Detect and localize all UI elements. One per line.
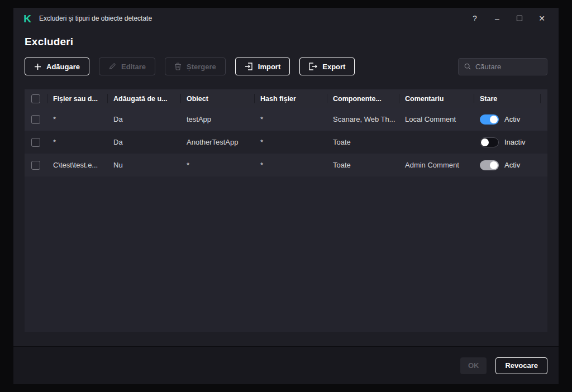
- ok-button[interactable]: OK: [460, 357, 487, 374]
- cell-added-by: Da: [107, 108, 180, 131]
- export-button-label: Export: [322, 63, 345, 71]
- window-controls: ? – ✕: [464, 10, 553, 27]
- close-button[interactable]: ✕: [531, 10, 553, 27]
- kaspersky-logo-icon: K: [21, 12, 34, 25]
- column-header-comment[interactable]: Comentariu: [399, 89, 474, 108]
- import-button-label: Import: [258, 63, 280, 71]
- column-header-filler: [540, 89, 547, 108]
- table-row[interactable]: * Da AnotherTestApp * Toate Inactiv: [25, 131, 547, 154]
- edit-button-label: Editare: [121, 63, 146, 71]
- title-bar: K Excluderi și tipuri de obiecte detecta…: [13, 8, 559, 29]
- cell-components: Toate: [327, 131, 399, 154]
- toggle-knob: [490, 116, 498, 123]
- search-icon: [464, 63, 471, 70]
- column-header-file[interactable]: Fișier sau d...: [47, 89, 107, 108]
- table-row[interactable]: C\test\test.e... Nu * * Toate Admin Comm…: [25, 154, 547, 176]
- state-toggle[interactable]: [480, 160, 499, 170]
- export-button[interactable]: Export: [299, 58, 355, 75]
- state-label: Activ: [504, 115, 520, 123]
- import-button[interactable]: Import: [235, 58, 290, 75]
- content-area: Excluderi Adăugare Editare Ștergere Impo…: [13, 29, 559, 346]
- table-row[interactable]: * Da testApp * Scanare, Web Th... Local …: [25, 108, 547, 131]
- footer-bar: OK Revocare: [13, 346, 559, 384]
- cell-file: C\test\test.e...: [47, 154, 107, 176]
- cell-object: testApp: [180, 108, 254, 131]
- search-input[interactable]: [475, 63, 541, 71]
- delete-button-label: Ștergere: [187, 63, 216, 71]
- toolbar: Adăugare Editare Ștergere Import Export: [25, 58, 547, 75]
- app-window: K Excluderi și tipuri de obiecte detecta…: [13, 8, 559, 384]
- cell-hash: *: [254, 154, 327, 176]
- cell-comment: [399, 131, 474, 154]
- window-title: Excluderi și tipuri de obiecte detectate: [39, 15, 152, 22]
- state-label: Inactiv: [504, 138, 526, 146]
- cell-comment: Local Comment: [399, 108, 474, 131]
- cell-file: *: [47, 131, 107, 154]
- exclusions-table: Fișier sau d... Adăugată de u... Obiect …: [25, 89, 547, 332]
- cell-comment: Admin Comment: [399, 154, 474, 176]
- delete-button[interactable]: Ștergere: [165, 58, 226, 75]
- state-toggle[interactable]: [480, 137, 499, 147]
- cell-object: AnotherTestApp: [180, 131, 254, 154]
- maximize-button[interactable]: [508, 10, 531, 27]
- add-button-label: Adăugare: [46, 63, 80, 71]
- export-icon: [309, 63, 317, 70]
- column-header-state[interactable]: Stare: [474, 89, 540, 108]
- minimize-button[interactable]: –: [486, 10, 508, 27]
- state-toggle[interactable]: [480, 114, 499, 125]
- trash-icon: [174, 63, 182, 70]
- select-all-checkbox[interactable]: [31, 94, 40, 103]
- maximize-icon: [517, 16, 522, 21]
- cell-object: *: [180, 154, 254, 176]
- table-header: Fișier sau d... Adăugată de u... Obiect …: [25, 89, 547, 108]
- cell-added-by: Nu: [107, 154, 180, 176]
- cell-components: Toate: [327, 154, 399, 176]
- column-header-components[interactable]: Componente...: [327, 89, 399, 108]
- row-checkbox[interactable]: [31, 115, 40, 124]
- cell-components: Scanare, Web Th...: [327, 108, 399, 131]
- state-label: Activ: [504, 161, 520, 169]
- add-button[interactable]: Adăugare: [25, 58, 89, 75]
- toggle-knob: [481, 138, 489, 146]
- table-empty-area: [25, 176, 547, 332]
- import-icon: [245, 63, 253, 70]
- plus-icon: [34, 63, 41, 70]
- cell-added-by: Da: [107, 131, 180, 154]
- column-header-object[interactable]: Obiect: [180, 89, 254, 108]
- help-button[interactable]: ?: [464, 10, 486, 27]
- row-checkbox[interactable]: [31, 161, 40, 170]
- cell-hash: *: [254, 108, 327, 131]
- row-checkbox[interactable]: [31, 138, 40, 147]
- edit-button[interactable]: Editare: [99, 58, 155, 75]
- column-header-added-by[interactable]: Adăugată de u...: [107, 89, 180, 108]
- page-title: Excluderi: [25, 36, 547, 48]
- cell-hash: *: [254, 131, 327, 154]
- search-box: [458, 58, 547, 75]
- toggle-knob: [490, 161, 498, 169]
- column-header-hash[interactable]: Hash fișier: [254, 89, 327, 108]
- cell-file: *: [47, 108, 107, 131]
- cancel-button[interactable]: Revocare: [495, 357, 547, 374]
- pencil-icon: [108, 63, 116, 70]
